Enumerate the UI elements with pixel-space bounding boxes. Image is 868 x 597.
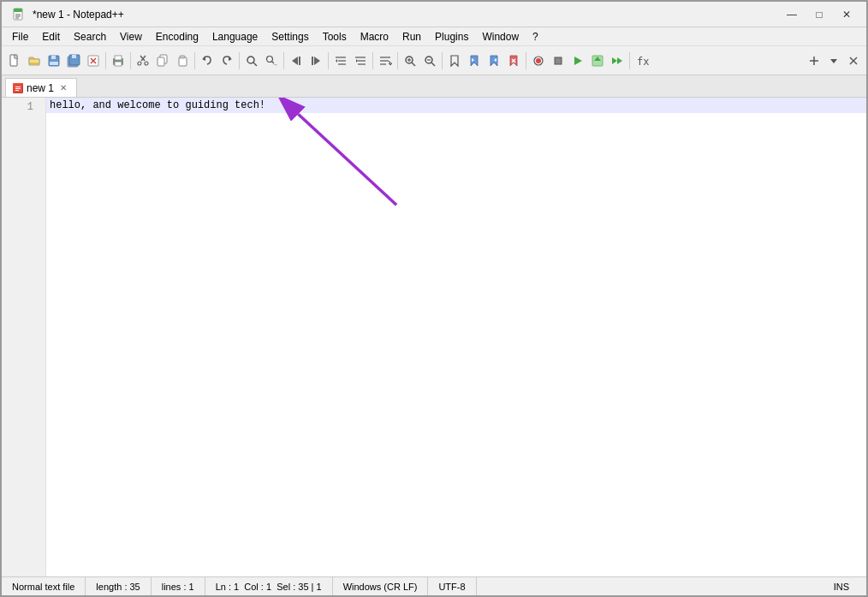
macro-run-button[interactable]	[608, 51, 627, 70]
title-bar-controls: — □ ✕	[779, 6, 859, 23]
svg-rect-81	[15, 88, 21, 89]
status-encoding: UTF-8	[428, 577, 476, 595]
svg-marker-76	[830, 59, 837, 63]
replace-button[interactable]: →	[262, 51, 281, 70]
svg-line-51	[412, 63, 415, 66]
svg-point-23	[145, 62, 148, 65]
toolbar-sep-8	[397, 52, 398, 69]
save-button[interactable]	[45, 51, 63, 70]
outdent-button[interactable]	[351, 51, 370, 70]
toolbar-sep-5	[283, 52, 284, 69]
toolbar-dropdown-button[interactable]	[824, 51, 843, 70]
clear-bookmarks-button[interactable]	[504, 51, 523, 70]
editor-content[interactable]: hello, and welcome to guiding tech!	[46, 98, 866, 576]
save-all-button[interactable]	[64, 51, 83, 70]
svg-rect-25	[158, 57, 164, 66]
status-file-type: Normal text file	[9, 577, 86, 595]
macro-save-button[interactable]	[588, 51, 607, 70]
menu-macro[interactable]: Macro	[354, 29, 395, 45]
svg-rect-27	[180, 56, 185, 58]
wordwrap-button[interactable]	[376, 51, 395, 70]
function-list-button[interactable]: fx	[633, 51, 651, 70]
zoom-in-button[interactable]	[401, 51, 419, 70]
menu-language[interactable]: Language	[205, 29, 265, 45]
menu-settings[interactable]: Settings	[265, 29, 315, 45]
macro-start-button[interactable]	[529, 51, 548, 70]
menu-help[interactable]: ?	[526, 29, 545, 45]
menu-file[interactable]: File	[5, 29, 35, 45]
svg-rect-9	[50, 62, 58, 65]
next-bookmark-button[interactable]	[485, 51, 503, 70]
tab-close-button[interactable]: ✕	[57, 82, 69, 94]
svg-rect-26	[179, 57, 187, 66]
tab-new1[interactable]: new 1 ✕	[5, 78, 77, 97]
toolbar-close-button[interactable]	[844, 51, 863, 70]
title-bar-left: *new 1 - Notepad++	[12, 8, 124, 21]
zoom-out-button[interactable]	[420, 51, 439, 70]
toolbar-sep-7	[372, 52, 373, 69]
menu-bar: File Edit Search View Encoding Language …	[2, 27, 866, 46]
svg-rect-1	[14, 9, 22, 12]
macro-stop-button[interactable]	[549, 51, 568, 70]
title-bar: *new 1 - Notepad++ — □ ✕	[2, 2, 866, 27]
maximize-button[interactable]: □	[806, 6, 832, 23]
indent-button[interactable]	[331, 51, 350, 70]
status-bar: Normal text file length : 35 lines : 1 L…	[2, 576, 866, 595]
svg-rect-36	[299, 57, 300, 65]
svg-point-66	[536, 58, 541, 63]
toolbar-add-button[interactable]	[805, 51, 823, 70]
app-icon	[12, 8, 26, 21]
status-line-ending: Windows (CR LF)	[333, 577, 429, 595]
svg-rect-38	[312, 57, 313, 65]
redo-button[interactable]	[217, 51, 236, 70]
new-button[interactable]	[5, 51, 24, 70]
bookmark-toggle-button[interactable]	[445, 51, 464, 70]
svg-marker-71	[612, 57, 617, 64]
toolbar-sep-11	[629, 52, 630, 69]
copy-button[interactable]	[153, 51, 172, 70]
tab-icon	[13, 83, 23, 93]
cut-button[interactable]	[134, 51, 152, 70]
menu-window[interactable]: Window	[475, 29, 526, 45]
prev-mark-button[interactable]	[287, 51, 306, 70]
open-button[interactable]	[25, 51, 44, 70]
status-insert-mode: INS	[823, 577, 859, 595]
svg-rect-82	[15, 90, 19, 91]
svg-text:→: →	[272, 62, 278, 68]
menu-search[interactable]: Search	[67, 29, 113, 45]
line-number-1: 1	[2, 99, 39, 115]
svg-marker-57	[451, 56, 458, 66]
svg-marker-68	[574, 57, 582, 65]
minimize-button[interactable]: —	[779, 6, 805, 23]
find-button[interactable]	[242, 51, 261, 70]
toolbar-sep-10	[526, 52, 526, 69]
close-button[interactable]: ✕	[834, 6, 859, 23]
svg-rect-8	[51, 56, 56, 59]
menu-encoding[interactable]: Encoding	[149, 29, 205, 45]
svg-marker-46	[356, 59, 358, 63]
tab-label: new 1	[27, 82, 54, 94]
prev-bookmark-button[interactable]	[465, 51, 484, 70]
editor-container: 1 hello, and welcome to guiding tech!	[2, 98, 866, 576]
undo-button[interactable]	[198, 51, 217, 70]
menu-edit[interactable]: Edit	[35, 29, 67, 45]
status-lines: lines : 1	[152, 577, 205, 595]
svg-rect-80	[15, 87, 21, 87]
paste-button[interactable]	[173, 51, 192, 70]
svg-rect-17	[115, 56, 122, 60]
toolbar-sep-6	[328, 52, 329, 69]
close-doc-button[interactable]	[84, 51, 103, 70]
svg-point-30	[247, 57, 254, 63]
menu-run[interactable]: Run	[395, 29, 428, 45]
print-button[interactable]	[109, 51, 128, 70]
svg-line-31	[253, 63, 257, 66]
editor-line-1: hello, and welcome to guiding tech!	[46, 98, 866, 113]
menu-plugins[interactable]: Plugins	[428, 29, 475, 45]
line-numbers: 1	[2, 98, 46, 576]
next-mark-button[interactable]	[306, 51, 325, 70]
toolbar-sep-3	[194, 52, 195, 69]
menu-view[interactable]: View	[113, 29, 149, 45]
macro-play-button[interactable]	[568, 51, 587, 70]
menu-tools[interactable]: Tools	[316, 29, 354, 45]
svg-point-19	[121, 60, 122, 62]
